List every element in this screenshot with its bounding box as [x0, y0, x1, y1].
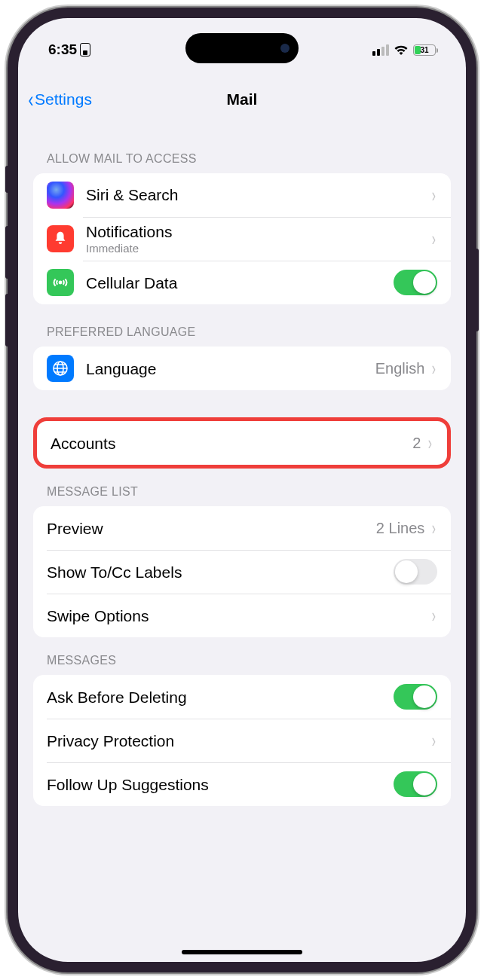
ask-delete-toggle[interactable]: [394, 684, 437, 710]
row-label: Privacy Protection: [47, 732, 430, 750]
chevron-right-icon: ›: [432, 517, 436, 540]
cellular-icon: [47, 269, 74, 296]
screen: 6:35 31 ‹ Settings Mail Allo: [18, 18, 466, 962]
chevron-right-icon: ›: [432, 184, 436, 207]
section-header-language: Preferred Language: [33, 304, 451, 347]
row-label: Follow Up Suggestions: [47, 776, 394, 793]
phone-frame: 6:35 31 ‹ Settings Mail Allo: [8, 8, 476, 972]
row-notifications[interactable]: Notifications Immediate ›: [33, 217, 451, 261]
wifi-icon: [394, 44, 409, 56]
battery-icon: 31: [413, 44, 436, 56]
row-swipe-options[interactable]: Swipe Options ›: [33, 594, 451, 637]
row-preview[interactable]: Preview 2 Lines ›: [33, 506, 451, 550]
status-time: 6:35: [48, 41, 77, 58]
back-button[interactable]: ‹ Settings: [27, 88, 92, 111]
row-value: 2 Lines: [376, 520, 425, 537]
row-ask-before-deleting[interactable]: Ask Before Deleting: [33, 675, 451, 719]
row-show-tocc[interactable]: Show To/Cc Labels: [33, 550, 451, 594]
dynamic-island: [185, 33, 299, 63]
row-label: Accounts: [51, 435, 412, 452]
row-label: Cellular Data: [86, 274, 394, 292]
row-accounts[interactable]: Accounts 2 ›: [37, 421, 447, 465]
svg-point-0: [60, 282, 62, 284]
chevron-right-icon: ›: [428, 432, 432, 455]
row-label: Swipe Options: [47, 607, 430, 624]
row-label: Show To/Cc Labels: [47, 563, 394, 581]
chevron-right-icon: ›: [432, 357, 436, 380]
cellular-toggle[interactable]: [394, 270, 437, 295]
row-language[interactable]: Language English ›: [33, 347, 451, 390]
back-label: Settings: [35, 90, 92, 108]
row-value: 2: [412, 435, 421, 452]
chevron-right-icon: ›: [432, 729, 436, 753]
group-access: Siri & Search › Notifications Immediate …: [33, 173, 451, 304]
row-label: Ask Before Deleting: [47, 688, 394, 706]
chevron-right-icon: ›: [432, 227, 436, 251]
showtocc-toggle[interactable]: [394, 559, 437, 585]
chevron-left-icon: ‹: [29, 88, 34, 111]
row-value: English: [375, 360, 425, 377]
row-label: Language: [86, 360, 375, 377]
row-privacy-protection[interactable]: Privacy Protection ›: [33, 719, 451, 762]
followup-toggle[interactable]: [394, 771, 437, 797]
sim-icon: [80, 43, 90, 56]
section-header-access: Allow Mail to Access: [33, 131, 451, 173]
group-message-list: Preview 2 Lines › Show To/Cc Labels Swip…: [33, 506, 451, 637]
section-header-messages: Messages: [33, 637, 451, 675]
cellular-signal-icon: [372, 44, 389, 56]
row-follow-up[interactable]: Follow Up Suggestions: [33, 762, 451, 806]
group-accounts: Accounts 2 ›: [33, 417, 451, 469]
row-cellular-data[interactable]: Cellular Data: [33, 261, 451, 304]
row-label: Preview: [47, 520, 376, 537]
row-label: Notifications: [86, 223, 430, 240]
group-messages: Ask Before Deleting Privacy Protection ›…: [33, 675, 451, 806]
row-label: Siri & Search: [86, 186, 430, 203]
section-header-message-list: Message List: [33, 469, 451, 506]
group-language: Language English ›: [33, 347, 451, 390]
chevron-right-icon: ›: [432, 604, 436, 627]
notifications-icon: [47, 225, 74, 252]
home-indicator[interactable]: [182, 950, 302, 954]
siri-icon: [47, 182, 74, 209]
content: Allow Mail to Access Siri & Search › Not…: [18, 131, 466, 962]
row-siri-search[interactable]: Siri & Search ›: [33, 173, 451, 217]
page-title: Mail: [227, 90, 258, 108]
row-subtitle: Immediate: [86, 242, 430, 255]
nav-bar: ‹ Settings Mail: [18, 78, 466, 121]
globe-icon: [47, 355, 74, 382]
